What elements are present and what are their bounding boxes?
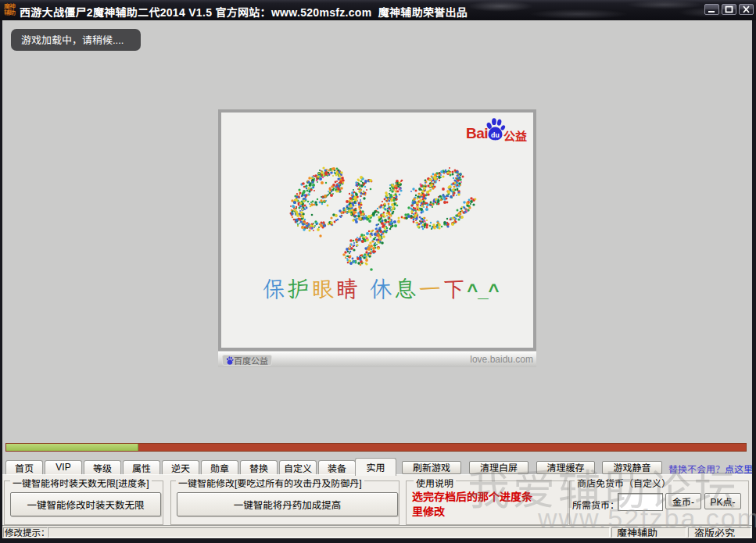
- svg-text:du: du: [491, 131, 500, 139]
